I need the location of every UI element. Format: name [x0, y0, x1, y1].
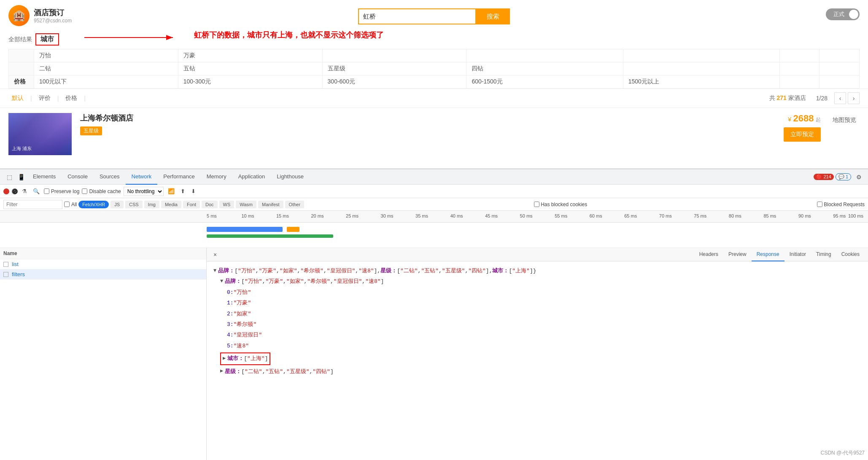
brand-item-2[interactable]: 2: "如家" [213, 309, 861, 319]
inspect-element-icon[interactable]: ⬚ [3, 171, 15, 183]
price-option-0[interactable]: 100元以下 [34, 75, 178, 89]
tab-preview[interactable]: Preview [723, 248, 752, 261]
search-button[interactable]: 搜索 [476, 8, 510, 24]
filter-other[interactable]: Other [285, 201, 305, 208]
toggle-label: 正式 [833, 11, 844, 18]
brand-tree-node[interactable]: ▼ 品牌： [ "万怡", "万豪", "如家", "希尔顿", "皇冠假日",… [213, 276, 861, 287]
filter-doc[interactable]: Doc [202, 201, 218, 208]
filters-checkbox[interactable] [3, 272, 8, 277]
has-blocked-cookies-checkbox[interactable]: Has blocked cookies [534, 202, 587, 207]
mode-toggle[interactable]: 正式 [826, 8, 860, 20]
marker-25ms: 25 ms [346, 213, 359, 218]
price-option-3[interactable]: 600-1500元 [466, 75, 623, 89]
brand-item-5[interactable]: 5: "速8" [213, 341, 861, 351]
filter-header: 全部结果 城市 虹桥下的数据，城市只有上海，也就不显示这个筛选项了 [8, 33, 860, 46]
filter-input[interactable] [3, 200, 62, 209]
tab-sources[interactable]: Sources [94, 169, 126, 185]
network-item-filters[interactable]: filters [0, 269, 206, 280]
list-checkbox[interactable] [3, 262, 8, 267]
sort-review[interactable]: 评价 [35, 94, 54, 102]
record-button[interactable] [3, 188, 9, 194]
filter-js[interactable]: JS [111, 201, 124, 208]
brand-option-4[interactable] [623, 49, 779, 62]
brand-label [9, 49, 34, 62]
star-option-3[interactable]: 四钻 [466, 62, 623, 75]
filter-fetch-xhr[interactable]: Fetch/XHR [78, 201, 109, 208]
tab-application[interactable]: Application [232, 169, 271, 185]
download-icon[interactable]: ⬇ [189, 187, 197, 195]
filter-wasm[interactable]: Wasm [236, 201, 256, 208]
star-option-1[interactable]: 五钻 [178, 62, 322, 75]
stop-button[interactable]: ⊘ [12, 188, 18, 194]
search-icon[interactable]: 🔍 [31, 187, 41, 195]
hotel-star-badge: 五星级 [80, 126, 102, 135]
star-tree-node[interactable]: ▶ 星级： [ "二钻", "五钻", "五星级", "四钻" ] [213, 366, 861, 377]
city-filter-tag[interactable]: 城市 [35, 33, 59, 46]
disable-cache-checkbox[interactable]: Disable cache [82, 188, 121, 194]
filter-media[interactable]: Media [161, 201, 181, 208]
tab-network[interactable]: Network [126, 169, 158, 185]
filter-ws[interactable]: WS [219, 201, 235, 208]
brand-item-0[interactable]: 0: "万怡" [213, 287, 861, 298]
sort-price[interactable]: 价格 [62, 94, 81, 102]
filter-icon[interactable]: ⚗ [20, 187, 29, 195]
tab-response[interactable]: Response [752, 248, 784, 261]
close-button[interactable]: × [210, 251, 220, 258]
map-preview[interactable]: 地图预览 [829, 113, 860, 155]
timeline-track [0, 223, 868, 248]
price-option-2[interactable]: 300-600元 [322, 75, 466, 89]
sort-default[interactable]: 默认 [8, 94, 27, 102]
tab-console[interactable]: Console [62, 169, 94, 185]
marker-100ms: 100 ms [848, 213, 863, 218]
prev-page-button[interactable]: ‹ [834, 92, 846, 104]
price-option-4[interactable]: 1500元以上 [623, 75, 779, 89]
filter-font[interactable]: Font [183, 201, 200, 208]
blocked-requests-checkbox[interactable]: Blocked Requests [817, 202, 865, 207]
settings-icon[interactable]: ⚙ [853, 171, 865, 183]
logo-icon: 🏨 [8, 5, 30, 26]
response-root[interactable]: ▼ 品牌： [ "万怡", "万豪", "如家", "希尔顿", "皇冠假日",… [213, 266, 861, 276]
city-arrow: ▶ [223, 354, 226, 363]
wifi-icon[interactable]: 📶 [166, 187, 176, 195]
city-tree-node[interactable]: ▶ 城市： [ "上海" ] [213, 352, 861, 365]
brand-option-3[interactable] [466, 49, 623, 62]
total-count: 271 [777, 94, 787, 101]
devtools-tabs: ⬚ 📱 Elements Console Sources Network Per… [0, 169, 868, 185]
tab-elements[interactable]: Elements [27, 169, 62, 185]
brand-option-2[interactable] [322, 49, 466, 62]
tab-timing[interactable]: Timing [811, 248, 836, 261]
brand-item-3[interactable]: 3: "希尔顿" [213, 319, 861, 330]
tab-lighthouse[interactable]: Lighthouse [271, 169, 310, 185]
marker-5ms: 5 ms [207, 213, 217, 218]
tab-performance[interactable]: Performance [157, 169, 200, 185]
price-option-1[interactable]: 100-300元 [178, 75, 322, 89]
next-page-button[interactable]: › [848, 92, 860, 104]
hotel-image: 上海 浦东 [8, 113, 72, 155]
star-option-2[interactable]: 五星级 [322, 62, 466, 75]
throttle-select[interactable]: No throttling [124, 187, 164, 196]
tab-cookies[interactable]: Cookies [836, 248, 865, 261]
device-toolbar-icon[interactable]: 📱 [15, 171, 27, 183]
upload-icon[interactable]: ⬆ [179, 187, 187, 195]
book-button[interactable]: 立即预定 [784, 127, 821, 142]
star-option-0[interactable]: 二钻 [34, 62, 178, 75]
brand-item-1[interactable]: 1: "万豪" [213, 298, 861, 308]
devtools-tab-right: 🔴 214 💬 1 ⚙ [814, 171, 865, 183]
preserve-log-checkbox[interactable]: Preserve log [44, 188, 79, 194]
filter-css[interactable]: CSS [125, 201, 143, 208]
brand-option-0[interactable]: 万怡 [34, 49, 178, 62]
price-value: 2688 [793, 113, 814, 124]
tab-memory[interactable]: Memory [201, 169, 232, 185]
brand-item-4[interactable]: 4: "皇冠假日" [213, 330, 861, 340]
brand-option-1[interactable]: 万豪 [178, 49, 322, 62]
filter-img[interactable]: Img [144, 201, 159, 208]
name-column-label: Name [3, 250, 17, 256]
devtools-panel: ⬚ 📱 Elements Console Sources Network Per… [0, 169, 868, 460]
hide-data-urls-checkbox[interactable]: All [64, 202, 77, 207]
tab-headers[interactable]: Headers [694, 248, 723, 261]
tab-initiator[interactable]: Initiator [784, 248, 811, 261]
network-item-list[interactable]: list [0, 259, 206, 269]
brand-option-5[interactable] [779, 49, 819, 62]
search-input[interactable] [358, 8, 476, 24]
filter-manifest[interactable]: Manifest [258, 201, 283, 208]
